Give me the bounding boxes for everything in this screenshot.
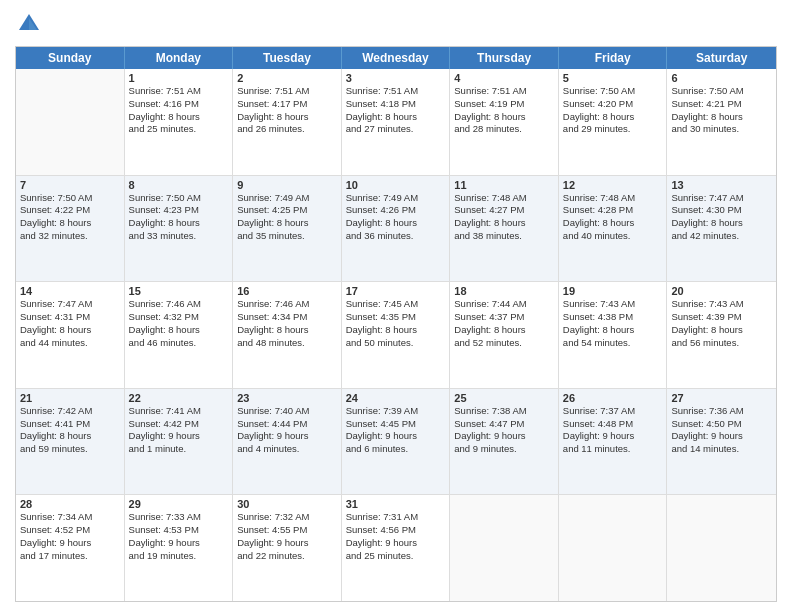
cell-line: Sunrise: 7:31 AM: [346, 511, 446, 524]
cell-line: Daylight: 9 hours: [129, 430, 229, 443]
cell-line: Daylight: 8 hours: [671, 111, 772, 124]
calendar-cell: 14Sunrise: 7:47 AMSunset: 4:31 PMDayligh…: [16, 282, 125, 388]
calendar-cell: 29Sunrise: 7:33 AMSunset: 4:53 PMDayligh…: [125, 495, 234, 601]
cell-line: Daylight: 8 hours: [129, 324, 229, 337]
cell-line: Sunset: 4:56 PM: [346, 524, 446, 537]
calendar-header: SundayMondayTuesdayWednesdayThursdayFrid…: [16, 47, 776, 69]
day-number: 12: [563, 179, 663, 191]
weekday-header: Monday: [125, 47, 234, 69]
weekday-header: Tuesday: [233, 47, 342, 69]
day-number: 15: [129, 285, 229, 297]
day-number: 6: [671, 72, 772, 84]
cell-line: and 22 minutes.: [237, 550, 337, 563]
day-number: 4: [454, 72, 554, 84]
calendar-cell: 8Sunrise: 7:50 AMSunset: 4:23 PMDaylight…: [125, 176, 234, 282]
cell-line: Sunrise: 7:40 AM: [237, 405, 337, 418]
cell-line: Sunrise: 7:49 AM: [237, 192, 337, 205]
calendar-cell: [16, 69, 125, 175]
cell-line: Sunset: 4:44 PM: [237, 418, 337, 431]
cell-line: Sunrise: 7:48 AM: [563, 192, 663, 205]
cell-line: and 40 minutes.: [563, 230, 663, 243]
cell-line: Sunrise: 7:50 AM: [129, 192, 229, 205]
weekday-header: Saturday: [667, 47, 776, 69]
cell-line: Daylight: 8 hours: [237, 324, 337, 337]
calendar-row: 14Sunrise: 7:47 AMSunset: 4:31 PMDayligh…: [16, 282, 776, 389]
cell-line: Daylight: 9 hours: [454, 430, 554, 443]
day-number: 21: [20, 392, 120, 404]
day-number: 29: [129, 498, 229, 510]
calendar-cell: 16Sunrise: 7:46 AMSunset: 4:34 PMDayligh…: [233, 282, 342, 388]
cell-line: and 59 minutes.: [20, 443, 120, 456]
cell-line: Daylight: 8 hours: [346, 111, 446, 124]
cell-line: Daylight: 8 hours: [671, 217, 772, 230]
cell-line: Sunset: 4:31 PM: [20, 311, 120, 324]
cell-line: Sunrise: 7:50 AM: [20, 192, 120, 205]
cell-line: and 14 minutes.: [671, 443, 772, 456]
day-number: 28: [20, 498, 120, 510]
cell-line: Sunrise: 7:47 AM: [671, 192, 772, 205]
day-number: 26: [563, 392, 663, 404]
cell-line: Sunrise: 7:39 AM: [346, 405, 446, 418]
calendar-cell: [559, 495, 668, 601]
cell-line: Sunset: 4:39 PM: [671, 311, 772, 324]
cell-line: Sunrise: 7:51 AM: [454, 85, 554, 98]
cell-line: Daylight: 8 hours: [563, 324, 663, 337]
cell-line: Sunrise: 7:43 AM: [563, 298, 663, 311]
day-number: 5: [563, 72, 663, 84]
calendar-cell: 30Sunrise: 7:32 AMSunset: 4:55 PMDayligh…: [233, 495, 342, 601]
cell-line: and 35 minutes.: [237, 230, 337, 243]
cell-line: Sunrise: 7:37 AM: [563, 405, 663, 418]
cell-line: Sunset: 4:41 PM: [20, 418, 120, 431]
cell-line: Sunset: 4:45 PM: [346, 418, 446, 431]
calendar-cell: 21Sunrise: 7:42 AMSunset: 4:41 PMDayligh…: [16, 389, 125, 495]
cell-line: Sunrise: 7:49 AM: [346, 192, 446, 205]
calendar-cell: 18Sunrise: 7:44 AMSunset: 4:37 PMDayligh…: [450, 282, 559, 388]
cell-line: Sunrise: 7:34 AM: [20, 511, 120, 524]
cell-line: Sunset: 4:37 PM: [454, 311, 554, 324]
calendar-cell: 1Sunrise: 7:51 AMSunset: 4:16 PMDaylight…: [125, 69, 234, 175]
cell-line: Sunset: 4:30 PM: [671, 204, 772, 217]
calendar-cell: 28Sunrise: 7:34 AMSunset: 4:52 PMDayligh…: [16, 495, 125, 601]
calendar-cell: 26Sunrise: 7:37 AMSunset: 4:48 PMDayligh…: [559, 389, 668, 495]
calendar-cell: 31Sunrise: 7:31 AMSunset: 4:56 PMDayligh…: [342, 495, 451, 601]
day-number: 25: [454, 392, 554, 404]
cell-line: Sunset: 4:34 PM: [237, 311, 337, 324]
calendar-row: 1Sunrise: 7:51 AMSunset: 4:16 PMDaylight…: [16, 69, 776, 176]
cell-line: Daylight: 8 hours: [346, 324, 446, 337]
cell-line: and 42 minutes.: [671, 230, 772, 243]
cell-line: Sunset: 4:48 PM: [563, 418, 663, 431]
cell-line: Sunrise: 7:48 AM: [454, 192, 554, 205]
cell-line: Sunrise: 7:51 AM: [237, 85, 337, 98]
calendar-cell: 12Sunrise: 7:48 AMSunset: 4:28 PMDayligh…: [559, 176, 668, 282]
calendar-cell: 3Sunrise: 7:51 AMSunset: 4:18 PMDaylight…: [342, 69, 451, 175]
day-number: 2: [237, 72, 337, 84]
calendar-cell: [667, 495, 776, 601]
calendar-cell: 17Sunrise: 7:45 AMSunset: 4:35 PMDayligh…: [342, 282, 451, 388]
page: SundayMondayTuesdayWednesdayThursdayFrid…: [0, 0, 792, 612]
day-number: 8: [129, 179, 229, 191]
day-number: 27: [671, 392, 772, 404]
cell-line: Daylight: 8 hours: [671, 324, 772, 337]
calendar-row: 28Sunrise: 7:34 AMSunset: 4:52 PMDayligh…: [16, 495, 776, 601]
cell-line: Sunset: 4:22 PM: [20, 204, 120, 217]
cell-line: Sunset: 4:23 PM: [129, 204, 229, 217]
cell-line: Daylight: 8 hours: [129, 111, 229, 124]
cell-line: and 29 minutes.: [563, 123, 663, 136]
cell-line: and 27 minutes.: [346, 123, 446, 136]
day-number: 13: [671, 179, 772, 191]
cell-line: Sunset: 4:38 PM: [563, 311, 663, 324]
day-number: 11: [454, 179, 554, 191]
cell-line: Sunset: 4:47 PM: [454, 418, 554, 431]
cell-line: and 9 minutes.: [454, 443, 554, 456]
cell-line: Sunrise: 7:50 AM: [671, 85, 772, 98]
day-number: 22: [129, 392, 229, 404]
cell-line: Sunset: 4:52 PM: [20, 524, 120, 537]
cell-line: and 6 minutes.: [346, 443, 446, 456]
cell-line: Daylight: 9 hours: [237, 430, 337, 443]
calendar-cell: 19Sunrise: 7:43 AMSunset: 4:38 PMDayligh…: [559, 282, 668, 388]
day-number: 10: [346, 179, 446, 191]
cell-line: Sunrise: 7:46 AM: [129, 298, 229, 311]
day-number: 20: [671, 285, 772, 297]
calendar-row: 21Sunrise: 7:42 AMSunset: 4:41 PMDayligh…: [16, 389, 776, 496]
cell-line: Sunset: 4:19 PM: [454, 98, 554, 111]
